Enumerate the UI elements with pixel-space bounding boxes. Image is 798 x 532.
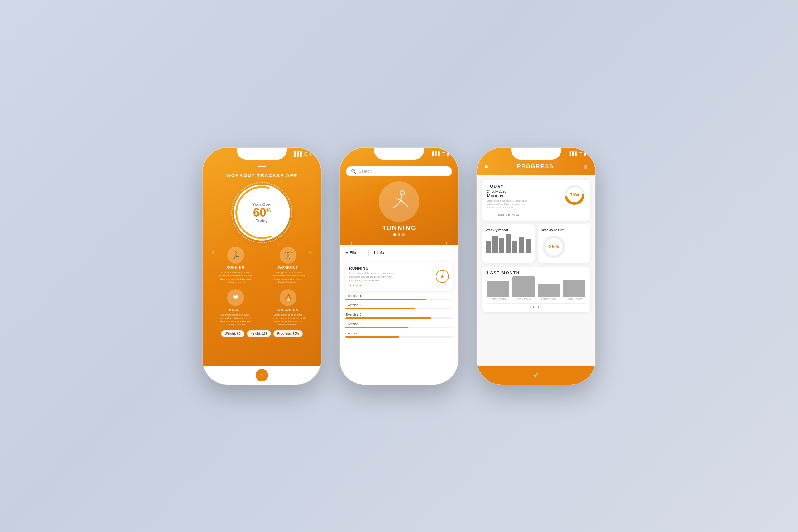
exercise-1-label: Exercise 1 xyxy=(345,294,453,298)
bar-7 xyxy=(526,239,531,253)
weekly-report-card: Weekly report xyxy=(482,224,535,263)
month-bar-3 xyxy=(538,284,560,297)
phone2-nav-left[interactable]: ‹ xyxy=(350,239,353,247)
svg-point-1 xyxy=(400,191,404,195)
exercise-1-bar-fill xyxy=(345,299,426,300)
hamburger-menu[interactable] xyxy=(258,163,266,167)
exercise-2-label: Exercise 2 xyxy=(345,303,453,307)
workout-icon: 🏋 xyxy=(280,247,297,264)
exercise-3-bar-fill xyxy=(345,317,431,319)
svg-point-0 xyxy=(236,187,287,238)
exercise-2-bar-fill xyxy=(345,308,415,309)
app-title: WORKOUT TRACKER APP xyxy=(220,173,304,180)
icons-grid: 🏃 RUNNING Lorem ipsum dolor sit amet, co… xyxy=(209,247,315,327)
running-icon: 🏃 xyxy=(227,247,244,264)
goal-arc-svg xyxy=(234,185,290,241)
weekly-report-title: Weekly report xyxy=(486,228,531,232)
exercise-4-bar-fill xyxy=(345,327,408,328)
exercise-2: Exercise 2 xyxy=(345,303,453,309)
star-badge: ★ xyxy=(436,270,449,283)
exercise-5-bar-bg xyxy=(345,336,453,338)
hamburger-line-1 xyxy=(258,163,266,163)
month-bar-group-2: LOREM IPSUM xyxy=(512,277,535,300)
bar-5 xyxy=(512,241,517,253)
svg-line-6 xyxy=(401,200,404,203)
exercise-4-label: Exercise 4 xyxy=(345,322,453,326)
next-button[interactable]: › xyxy=(255,369,268,381)
weekly-result-card: Weekly result 25% xyxy=(538,224,590,263)
today-donut-chart: 70% xyxy=(564,184,585,206)
phone3-bottom-bar[interactable]: ✓ xyxy=(477,366,595,385)
carousel-dots xyxy=(393,233,405,236)
exercise-1-bar-bg xyxy=(345,299,453,300)
hamburger-line-2 xyxy=(258,165,266,165)
exercise-5: Exercise 5 xyxy=(345,331,453,338)
icon-calories: 🔥 CALORIES Lorem ipsum dolor sit amet, c… xyxy=(264,289,312,327)
phone-2: ▐▐▐ ∈ ▮ 🔍 Search ‹ xyxy=(340,148,458,385)
running-card-text: RUNNING Lorem ipsum dolor sit amet, cons… xyxy=(349,266,399,287)
heart-label: HEART xyxy=(229,308,243,312)
goal-circle: Your Goal 60% Today xyxy=(234,185,290,241)
wifi-icon-3: ∈ xyxy=(578,151,582,156)
phone3-header: ▐▐▐ ∈ ▮ ≡ PROGRESS ⚙ xyxy=(477,148,595,175)
phones-container: ▐▐▐ ∈ ▮ WORKOUT TRACKER APP ‹ xyxy=(203,148,595,385)
today-card-inner: TODAY 24 July 2020 Monday Lorem ipsum do… xyxy=(487,184,531,216)
menu-icon-p3[interactable]: ≡ xyxy=(484,163,488,170)
today-desc: Lorem ipsum dolor sit amet, consectetuer… xyxy=(487,200,531,209)
dot-2 xyxy=(398,233,400,236)
search-bar[interactable]: 🔍 Search xyxy=(346,167,452,176)
filter-icon: ≡ xyxy=(345,250,348,255)
month-bar-label-4: LOREM IPSUM xyxy=(567,298,582,300)
month-bar-1 xyxy=(487,281,509,297)
exercise-4-bar-bg xyxy=(345,327,453,328)
exercise-3-label: Exercise 3 xyxy=(345,312,453,316)
exercise-3: Exercise 3 xyxy=(345,312,453,319)
today-heading: TODAY xyxy=(487,184,531,189)
running-stars: ★ ★ ★ ★ xyxy=(349,284,399,287)
calories-desc: Lorem ipsum dolor sit amet, consectetuer… xyxy=(269,314,307,327)
month-bar-group-1: LOREM IPSUM xyxy=(487,281,509,300)
phone1-screen: ▐▐▐ ∈ ▮ WORKOUT TRACKER APP ‹ xyxy=(203,148,321,385)
settings-icon[interactable]: ⚙ xyxy=(583,163,588,170)
battery-icon-2: ▮ xyxy=(447,151,449,156)
chevron-down-icon: ✓ xyxy=(533,371,539,379)
search-placeholder: Search xyxy=(359,169,372,174)
last-month-card: LAST MONTH LOREM IPSUM LOREM IPSUM xyxy=(482,267,590,312)
bar-1 xyxy=(486,241,491,253)
phone2-bottom: ≡ Filter ℹ Info RUNNING Lorem ipsum dolo… xyxy=(340,245,458,385)
nav-left-arrow[interactable]: ‹ xyxy=(212,247,215,257)
month-bar-2 xyxy=(512,277,535,297)
wifi-icon: ∈ xyxy=(304,151,307,156)
exercise-3-bar-bg xyxy=(345,317,453,319)
filter-button[interactable]: ≡ Filter xyxy=(345,250,363,255)
height-badge: Height: 187 xyxy=(247,330,271,337)
phone2-nav-right[interactable]: › xyxy=(445,239,448,247)
last-month-see-details[interactable]: SEE DETAILS xyxy=(487,303,585,308)
nav-right-arrow[interactable]: › xyxy=(309,247,312,257)
running-card-desc: Lorem ipsum dolor sit amet, consectetuer… xyxy=(349,271,399,283)
heart-desc: Lorem ipsum dolor sit amet, consectetuer… xyxy=(217,314,254,327)
phone2-screen: ▐▐▐ ∈ ▮ 🔍 Search ‹ xyxy=(340,148,458,385)
today-card: TODAY 24 July 2020 Monday Lorem ipsum do… xyxy=(482,179,590,221)
month-bar-4 xyxy=(563,280,586,297)
icon-running: 🏃 RUNNING Lorem ipsum dolor sit amet, co… xyxy=(212,247,259,284)
running-circle xyxy=(379,182,419,222)
workout-desc: Lorem ipsum dolor sit amet, consectetuer… xyxy=(269,271,307,284)
month-bar-label-2: LOREM IPSUM xyxy=(516,298,531,300)
exercise-5-label: Exercise 5 xyxy=(345,331,453,335)
today-see-details[interactable]: SEE DETAILS xyxy=(487,211,531,216)
dot-1 xyxy=(393,233,396,236)
today-day: Monday xyxy=(487,193,531,198)
status-bar-1: ▐▐▐ ∈ ▮ xyxy=(292,151,312,156)
running-card-title: RUNNING xyxy=(349,266,399,270)
workout-label: WORKOUT xyxy=(278,266,298,269)
info-button[interactable]: ℹ Info xyxy=(374,250,384,255)
exercise-1: Exercise 1 xyxy=(345,294,453,300)
dot-3 xyxy=(402,233,405,236)
status-bar-2: ▐▐▐ ∈ ▮ xyxy=(431,151,449,156)
signal-icon-2: ▐▐▐ xyxy=(431,151,439,156)
phone-1: ▐▐▐ ∈ ▮ WORKOUT TRACKER APP ‹ xyxy=(203,148,321,385)
progress-badge: Progress: 70% xyxy=(273,330,302,337)
month-bar-group-3: LOREM IPSUM xyxy=(538,284,560,300)
exercise-2-bar-bg xyxy=(345,308,453,309)
